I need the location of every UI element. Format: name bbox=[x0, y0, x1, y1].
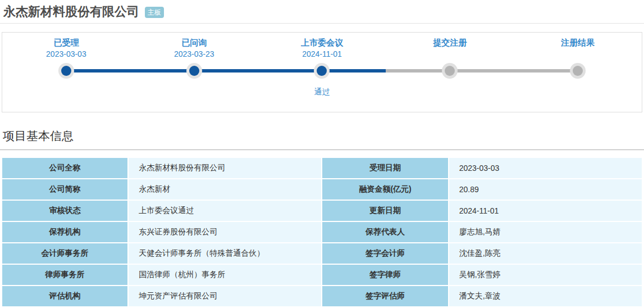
ipo-progress-timeline: 已受理2023-03-03已问询2023-03-23上市委会议2024-11-0… bbox=[2, 32, 642, 112]
info-value-cell: 天健会计师事务所（特殊普通合伙） bbox=[129, 243, 321, 264]
info-value-cell: 国浩律师（杭州）事务所 bbox=[129, 265, 321, 285]
info-value-cell: 永杰新材料股份有限公司 bbox=[129, 158, 321, 178]
table-row: 评估机构坤元资产评估有限公司签字评估师潘文夫,章波 bbox=[2, 286, 642, 306]
project-info-table-body: 公司全称永杰新材料股份有限公司受理日期2023-03-03公司简称永杰新材融资金… bbox=[2, 158, 642, 306]
info-label-cell: 融资金额(亿元) bbox=[322, 179, 447, 200]
page-title: 永杰新材料股份有限公司 bbox=[3, 4, 139, 20]
info-label-cell: 会计师事务所 bbox=[2, 243, 127, 264]
info-label-cell: 保荐机构 bbox=[2, 222, 127, 242]
info-value-cell: 沈佳盈,陈亮 bbox=[449, 243, 642, 264]
info-value-cell: 坤元资产评估有限公司 bbox=[129, 286, 321, 306]
timeline-stage-date bbox=[386, 48, 514, 60]
title-divider bbox=[0, 23, 644, 24]
info-value-cell: 潘文夫,章波 bbox=[449, 286, 642, 306]
timeline-stage-label: 已问询 bbox=[130, 37, 258, 48]
info-label-cell: 受理日期 bbox=[322, 158, 447, 178]
timeline-dot-wrap bbox=[514, 60, 642, 82]
timeline-stage-1: 已受理2023-03-03 bbox=[2, 37, 130, 97]
timeline-stage-date: 2024-11-01 bbox=[258, 48, 386, 60]
info-label-cell: 审核状态 bbox=[2, 201, 127, 221]
timeline-stage-note: 通过 bbox=[258, 86, 386, 97]
info-value-cell: 吴钢,张雪婷 bbox=[449, 265, 642, 285]
timeline-stage-4: 提交注册 bbox=[386, 37, 514, 97]
timeline-dot-icon bbox=[189, 66, 199, 76]
timeline-stage-date: 2023-03-03 bbox=[2, 48, 130, 60]
timeline-dot-wrap bbox=[130, 60, 258, 82]
page-header: 永杰新材料股份有限公司 主板 bbox=[0, 0, 644, 23]
timeline-stage-label: 已受理 bbox=[2, 37, 130, 48]
table-row: 保荐机构东兴证券股份有限公司保荐代表人廖志旭,马婧 bbox=[2, 222, 642, 242]
timeline-stage-5: 注册结果 bbox=[514, 37, 642, 97]
timeline-dot-icon bbox=[317, 66, 327, 76]
timeline-stage-label: 上市委会议 bbox=[258, 37, 386, 48]
timeline-stage-note bbox=[2, 86, 130, 97]
info-label-cell: 评估机构 bbox=[2, 286, 127, 306]
project-info-table: 公司全称永杰新材料股份有限公司受理日期2023-03-03公司简称永杰新材融资金… bbox=[1, 157, 643, 307]
timeline-dot-icon bbox=[445, 66, 455, 76]
info-value-cell: 上市委会议通过 bbox=[129, 201, 321, 221]
info-label-cell: 公司简称 bbox=[2, 179, 127, 200]
info-label-cell: 签字会计师 bbox=[322, 243, 447, 264]
timeline-stage-2: 已问询2023-03-23 bbox=[130, 37, 258, 97]
info-label-cell: 公司全称 bbox=[2, 158, 127, 178]
info-value-cell: 廖志旭,马婧 bbox=[449, 222, 642, 242]
info-label-cell: 签字律师 bbox=[322, 265, 447, 285]
timeline-stage-note bbox=[514, 86, 642, 97]
timeline-dot-wrap bbox=[386, 60, 514, 82]
info-label-cell: 律师事务所 bbox=[2, 265, 127, 285]
timeline-dot-icon bbox=[573, 66, 583, 76]
table-row: 公司简称永杰新材融资金额(亿元)20.89 bbox=[2, 179, 642, 200]
timeline-dot-icon bbox=[61, 66, 71, 76]
board-badge: 主板 bbox=[145, 7, 164, 18]
info-label-cell: 保荐代表人 bbox=[322, 222, 447, 242]
info-value-cell: 20.89 bbox=[449, 179, 642, 200]
timeline-stage-label: 注册结果 bbox=[514, 37, 642, 48]
timeline-stages: 已受理2023-03-03已问询2023-03-23上市委会议2024-11-0… bbox=[2, 33, 642, 97]
info-value-cell: 东兴证券股份有限公司 bbox=[129, 222, 321, 242]
info-value-cell: 永杰新材 bbox=[129, 179, 321, 200]
info-label-cell: 签字评估师 bbox=[322, 286, 447, 306]
timeline-stage-3: 上市委会议2024-11-01通过 bbox=[258, 37, 386, 97]
section-divider bbox=[0, 150, 644, 150]
info-value-cell: 2023-03-03 bbox=[449, 158, 642, 178]
table-row: 审核状态上市委会议通过更新日期2024-11-01 bbox=[2, 201, 642, 221]
timeline-stage-note bbox=[130, 86, 258, 97]
table-row: 公司全称永杰新材料股份有限公司受理日期2023-03-03 bbox=[2, 158, 642, 178]
table-row: 律师事务所国浩律师（杭州）事务所签字律师吴钢,张雪婷 bbox=[2, 265, 642, 285]
info-value-cell: 2024-11-01 bbox=[449, 201, 642, 221]
timeline-stage-label: 提交注册 bbox=[386, 37, 514, 48]
timeline-stage-date: 2023-03-23 bbox=[130, 48, 258, 60]
timeline-dot-wrap bbox=[2, 60, 130, 82]
timeline-dot-wrap bbox=[258, 60, 386, 82]
timeline-stage-note bbox=[386, 86, 514, 97]
info-label-cell: 更新日期 bbox=[322, 201, 447, 221]
section-title: 项目基本信息 bbox=[3, 129, 644, 143]
table-row: 会计师事务所天健会计师事务所（特殊普通合伙）签字会计师沈佳盈,陈亮 bbox=[2, 243, 642, 264]
timeline-stage-date bbox=[514, 48, 642, 60]
